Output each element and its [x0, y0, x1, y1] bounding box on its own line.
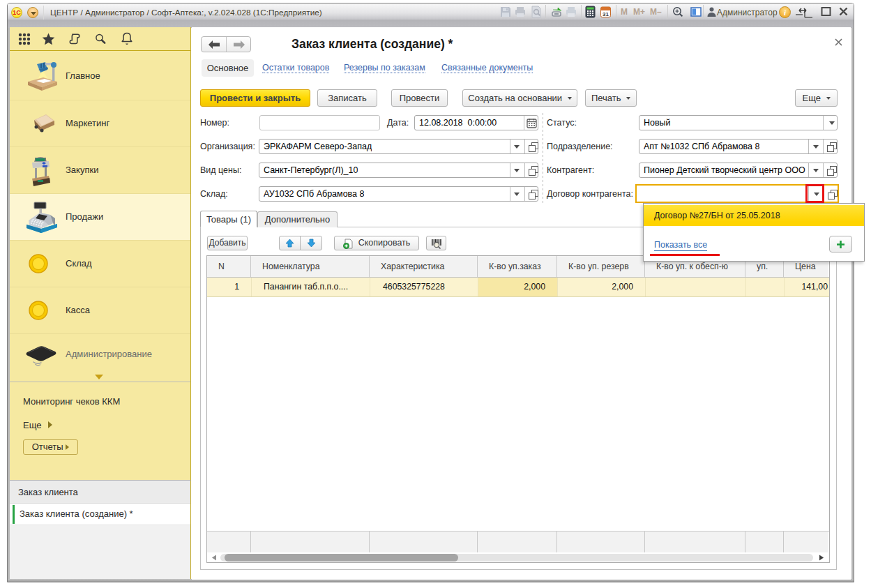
svg-text:31: 31 [603, 11, 609, 17]
